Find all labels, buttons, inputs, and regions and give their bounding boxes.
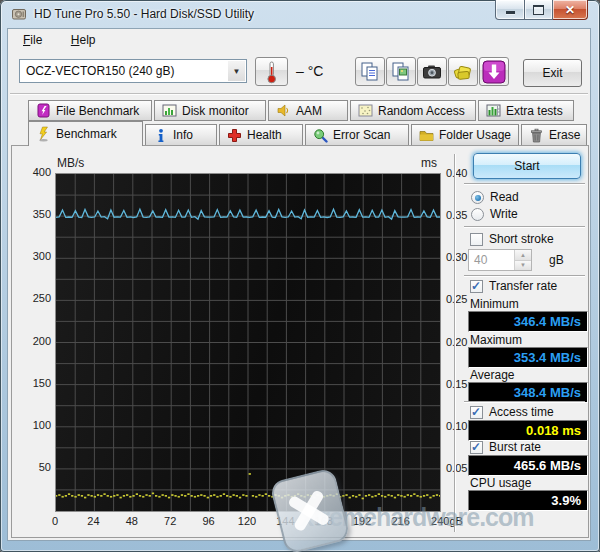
benchmark-icon [35,126,51,142]
access-time-dot [384,496,386,498]
transfer-rate-checkbox[interactable] [470,280,483,293]
tab-extra-tests[interactable]: Extra tests [478,100,574,121]
access-time-dot [252,495,254,497]
axis-tick-label: 72 [148,515,192,527]
capacity-stepper[interactable]: 40 ▲ ▼ [468,249,532,271]
access-time-dot [236,495,238,497]
thermometer-icon [264,60,279,84]
axis-tick-label: 400 [13,166,51,178]
screenshot-button[interactable] [417,57,447,86]
axis-tick-label: 350 [13,208,51,220]
access-time-dot [68,493,70,495]
aam-icon [275,103,291,119]
access-time-dot [62,496,64,498]
access-time-dot [142,496,144,498]
camera-icon [421,61,443,83]
axis-tick-label: 0.35 [446,209,467,221]
save-results-button[interactable] [448,57,478,86]
access-time-dot [262,495,264,497]
axis-tick-label: 0.25 [446,293,467,305]
access-time-dot [113,495,115,497]
maximum-value: 353.4 MB/s [468,347,588,368]
title-bar[interactable]: HD Tune Pro 5.50 - Hard Disk/SSD Utility… [0,0,600,28]
chevron-down-icon[interactable]: ▼ [228,61,245,81]
access-time-dot [181,494,183,496]
access-time-dot [258,494,260,496]
axis-tick-label: 250 [13,292,51,304]
tab-disk-monitor[interactable]: Disk monitor [154,100,266,121]
start-label: Start [514,159,539,173]
device-select-value: OCZ-VECTOR150 (240 gB) [26,64,175,78]
start-button[interactable]: Start [473,153,581,179]
write-radio[interactable] [471,208,484,221]
menu-file[interactable]: File [14,29,51,50]
tab-erase[interactable]: Erase [521,124,587,146]
download-update-button[interactable] [479,57,509,86]
minimum-value: 346.4 MB/s [468,311,588,332]
benchmark-chart [55,173,441,512]
minimize-button[interactable] [495,0,525,20]
stepper-down-icon[interactable]: ▼ [515,261,531,271]
axis-tick-label: 0 [33,515,77,527]
access-time-dot [375,495,377,497]
access-time-dot [207,497,209,499]
access-time-dot [126,494,128,496]
tab-aam[interactable]: AAM [268,100,348,121]
access-time-dot [439,495,440,497]
maximize-button[interactable] [525,0,553,20]
access-time-dot [381,495,383,497]
section-separator [464,275,585,277]
tab-health[interactable]: Health [219,124,303,146]
stepper-buttons[interactable]: ▲ ▼ [514,250,531,270]
capacity-unit-label: gB [549,253,564,267]
access-time-dot [268,495,270,497]
axis-tick-label: 200 [13,335,51,347]
toolbar-separator [10,93,588,95]
access-time-dot [407,494,409,496]
access-time-dot [391,495,393,497]
access-time-dot [371,496,373,498]
tab-info[interactable]: Info [145,124,217,146]
access-time-dot [426,494,428,496]
capacity-value: 40 [474,253,487,267]
device-select[interactable]: OCZ-VECTOR150 (240 gB) ▼ [19,59,247,83]
access-time-dot [245,495,247,497]
access-time-dot [171,494,173,496]
copy-text-button[interactable] [355,57,385,86]
access-time-dot [210,495,212,497]
stepper-up-icon[interactable]: ▲ [515,250,531,261]
error-scan-icon [312,127,328,143]
access-time-dot [194,496,196,498]
axis-tick-label: 0.30 [446,251,467,263]
temperature-button[interactable] [255,57,288,86]
axis-tick-label: 24 [71,515,115,527]
access-time-dot [165,495,167,497]
access-time-dot [58,494,60,496]
access-time-dot [387,494,389,496]
menu-bar: File Help [8,29,590,53]
tab-label: Health [247,128,282,142]
access-time-dot [191,495,193,497]
access-time-checkbox[interactable] [470,406,483,419]
axis-tick-label: 0.40 [446,167,467,179]
tab-error-scan[interactable]: Error Scan [305,124,409,146]
burst-rate-checkbox[interactable] [470,441,483,454]
close-button[interactable]: ✕ [553,0,588,20]
menu-help[interactable]: Help [62,29,105,50]
tab-benchmark[interactable]: Benchmark [28,121,143,146]
short-stroke-checkbox[interactable] [470,233,483,246]
tab-label: AAM [296,104,322,118]
tab-label: Info [173,128,193,142]
tab-folder-usage[interactable]: Folder Usage [411,124,519,146]
access-time-dot [78,494,80,496]
tab-random-access[interactable]: Random Access [350,100,476,121]
access-time-dot [184,495,186,497]
access-time-dot [56,495,57,497]
access-time-dot [149,495,151,497]
access-time-dot [342,495,344,497]
read-radio[interactable] [471,191,484,204]
tab-file-benchmark[interactable]: File Benchmark [28,100,152,121]
copy-image-button[interactable] [386,57,416,86]
tab-label: File Benchmark [56,104,139,118]
exit-button[interactable]: Exit [523,59,582,87]
